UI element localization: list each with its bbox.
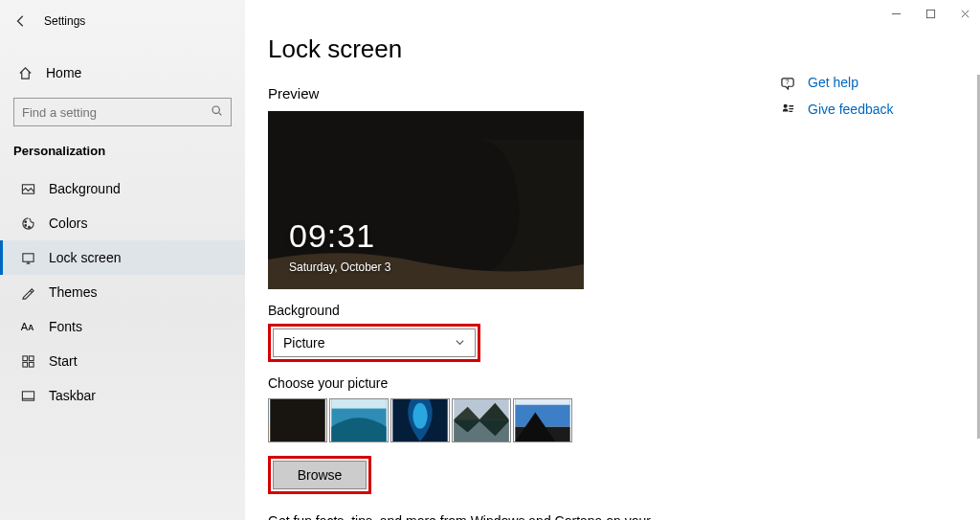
page-title: Lock screen — [268, 34, 957, 64]
nav-list: Background Colors Lock screen Themes Aᴀ … — [0, 171, 245, 413]
svg-rect-6 — [22, 355, 27, 360]
home-icon — [17, 66, 33, 80]
browse-button[interactable]: Browse — [273, 461, 367, 489]
lock-screen-icon — [20, 251, 35, 265]
search-wrap — [0, 90, 245, 140]
picture-thumbnails — [268, 398, 957, 442]
svg-rect-9 — [29, 362, 33, 367]
start-icon — [20, 354, 35, 369]
sidebar-header: Settings — [0, 10, 245, 38]
svg-rect-7 — [29, 355, 33, 360]
fonts-icon: Aᴀ — [20, 321, 35, 333]
annotation-highlight: Browse — [268, 456, 371, 494]
picture-thumbnail[interactable] — [513, 398, 572, 442]
nav-label: Colors — [49, 215, 87, 231]
nav-item-fonts[interactable]: Aᴀ Fonts — [0, 309, 245, 344]
colors-icon — [20, 216, 35, 231]
nav-label: Fonts — [49, 319, 82, 334]
search-icon — [211, 103, 223, 121]
window-title: Settings — [44, 14, 85, 28]
help-icon: ? — [781, 76, 796, 90]
nav-item-colors[interactable]: Colors — [0, 206, 245, 240]
picture-thumbnail[interactable] — [268, 398, 327, 442]
background-icon — [20, 182, 35, 196]
svg-point-2 — [24, 220, 26, 222]
nav-item-background[interactable]: Background — [0, 171, 245, 206]
sidebar: Settings Home Personalization Background — [0, 0, 245, 520]
picture-thumbnail[interactable] — [329, 398, 389, 442]
chevron-down-icon — [455, 335, 465, 350]
maximize-button[interactable] — [923, 6, 938, 21]
picture-thumbnail[interactable] — [390, 398, 450, 442]
minimize-button[interactable] — [888, 6, 903, 21]
svg-text:?: ? — [786, 78, 790, 84]
lock-screen-preview: 09:31 Saturday, October 3 — [268, 111, 584, 289]
nav-label: Taskbar — [49, 388, 96, 403]
search-field[interactable] — [22, 105, 211, 120]
close-button[interactable] — [957, 6, 972, 21]
get-help-link[interactable]: Get help — [808, 75, 858, 90]
annotation-highlight: Picture — [268, 324, 480, 362]
svg-rect-18 — [331, 399, 386, 409]
svg-rect-29 — [926, 10, 934, 17]
background-label: Background — [268, 303, 957, 318]
svg-point-20 — [412, 403, 427, 429]
nav-label: Themes — [49, 284, 98, 300]
nav-label: Start — [49, 353, 78, 369]
svg-point-4 — [28, 226, 30, 228]
taskbar-icon — [20, 389, 35, 403]
nav-item-lock-screen[interactable]: Lock screen — [0, 240, 245, 275]
background-dropdown[interactable]: Picture — [273, 328, 476, 357]
home-nav[interactable]: Home — [0, 56, 245, 90]
svg-rect-8 — [22, 362, 27, 367]
nav-item-themes[interactable]: Themes — [0, 275, 245, 309]
nav-label: Background — [49, 181, 121, 196]
fun-facts-text: Get fun facts, tips, and more from Windo… — [268, 513, 651, 520]
search-input[interactable] — [13, 98, 232, 126]
svg-rect-5 — [22, 253, 33, 260]
choose-picture-label: Choose your picture — [268, 375, 957, 391]
category-title: Personalization — [0, 140, 245, 171]
svg-point-0 — [212, 106, 219, 113]
nav-item-start[interactable]: Start — [0, 344, 245, 378]
right-links: ? Get help Give feedback — [781, 75, 894, 117]
picture-thumbnail[interactable] — [452, 398, 511, 442]
preview-date: Saturday, October 3 — [289, 260, 391, 274]
window-controls — [888, 6, 972, 21]
dropdown-value: Picture — [283, 335, 325, 350]
feedback-icon — [781, 102, 796, 117]
back-button[interactable] — [11, 11, 31, 31]
nav-label: Lock screen — [49, 250, 121, 265]
themes-icon — [20, 285, 35, 300]
svg-point-3 — [24, 224, 26, 226]
svg-rect-25 — [515, 399, 569, 405]
home-label: Home — [46, 65, 81, 80]
nav-item-taskbar[interactable]: Taskbar — [0, 378, 245, 413]
svg-point-27 — [784, 103, 788, 107]
give-feedback-link[interactable]: Give feedback — [808, 102, 894, 117]
preview-time: 09:31 — [289, 217, 375, 255]
